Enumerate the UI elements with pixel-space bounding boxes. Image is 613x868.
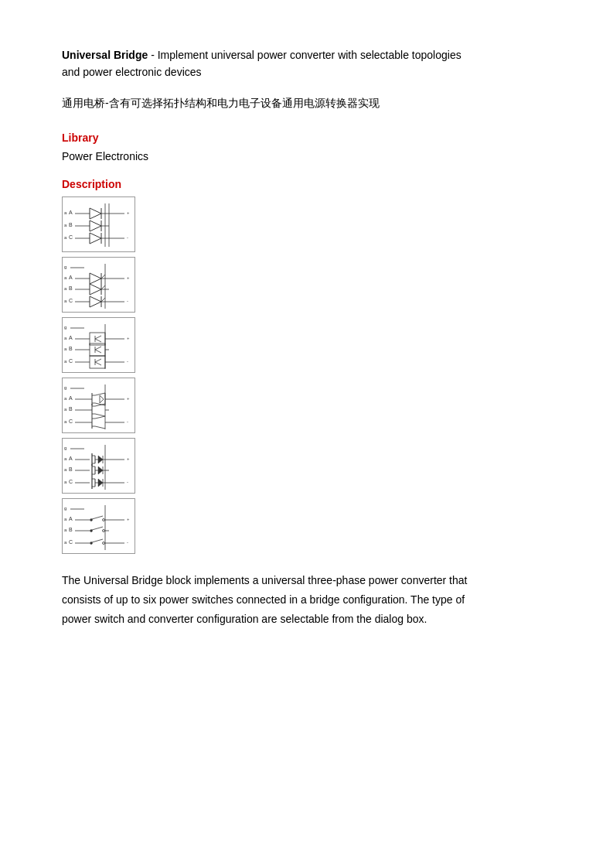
svg-text:C: C xyxy=(69,539,73,545)
svg-text:a: a xyxy=(64,223,67,227)
title-bold: Universal Bridge xyxy=(62,49,148,61)
title-line2: and power electronic devices xyxy=(62,63,551,80)
igbt-bridge-diagram: g a A a B a C + - xyxy=(62,378,135,433)
svg-text:A: A xyxy=(69,275,73,280)
svg-rect-75 xyxy=(90,356,105,368)
svg-text:a: a xyxy=(64,407,67,412)
svg-text:a: a xyxy=(64,299,67,303)
svg-text:a: a xyxy=(64,528,67,532)
svg-text:C: C xyxy=(69,419,73,424)
svg-marker-13 xyxy=(90,208,101,219)
svg-text:g: g xyxy=(64,446,66,450)
library-label: Library xyxy=(62,132,551,144)
svg-line-70 xyxy=(95,339,101,342)
description-label: Description xyxy=(62,178,551,190)
svg-line-186 xyxy=(92,539,103,542)
diode-bridge-diagram: a A a B a C + - xyxy=(62,196,135,252)
svg-text:B: B xyxy=(69,222,73,227)
svg-text:-: - xyxy=(127,299,128,303)
switch-bridge-diagram: g a A a B a C + - xyxy=(62,498,135,554)
svg-text:+: + xyxy=(127,396,130,401)
svg-text:B: B xyxy=(69,285,73,291)
thyristor-bridge-diagram: g a A a B a C + - xyxy=(62,257,135,313)
svg-marker-105 xyxy=(100,395,104,403)
svg-text:a: a xyxy=(64,467,67,472)
svg-text:a: a xyxy=(64,235,67,240)
svg-text:-: - xyxy=(127,359,128,364)
svg-text:a: a xyxy=(64,275,67,280)
svg-text:C: C xyxy=(69,234,73,240)
svg-text:A: A xyxy=(69,516,73,521)
svg-text:-: - xyxy=(127,235,128,240)
svg-line-112 xyxy=(95,414,105,416)
svg-text:a: a xyxy=(64,359,67,364)
svg-text:-: - xyxy=(127,419,128,424)
svg-line-180 xyxy=(92,516,103,519)
svg-text:+: + xyxy=(127,336,130,340)
svg-text:+: + xyxy=(127,275,130,280)
svg-line-74 xyxy=(95,350,101,353)
svg-text:g: g xyxy=(64,265,66,269)
title-rest: - Implement universal power converter wi… xyxy=(148,49,461,61)
svg-text:A: A xyxy=(69,456,73,461)
svg-text:-: - xyxy=(127,480,128,484)
svg-line-102 xyxy=(95,393,105,395)
svg-line-69 xyxy=(95,336,101,339)
svg-text:B: B xyxy=(69,406,73,412)
svg-text:a: a xyxy=(64,347,67,351)
gto-bridge-diagram: g a A a B a C + - xyxy=(62,317,135,373)
svg-marker-42 xyxy=(90,284,101,295)
svg-text:+: + xyxy=(127,456,130,461)
svg-text:a: a xyxy=(64,540,67,545)
svg-text:g: g xyxy=(64,385,66,390)
svg-text:B: B xyxy=(69,346,73,351)
description-body: The Universal Bridge block implements a … xyxy=(62,571,551,630)
chinese-subtitle: 通用电桥-含有可选择拓扑结构和电力电子设备通用电源转换器实现 xyxy=(62,94,551,113)
svg-text:a: a xyxy=(64,336,67,340)
svg-text:a: a xyxy=(64,419,67,424)
svg-marker-143 xyxy=(98,456,103,463)
svg-text:+: + xyxy=(127,210,130,215)
svg-line-41 xyxy=(101,275,105,279)
svg-line-117 xyxy=(95,416,105,419)
description-line1: The Universal Bridge block implements a … xyxy=(62,571,551,590)
svg-text:a: a xyxy=(64,456,67,461)
svg-text:g: g xyxy=(64,325,66,330)
svg-text:+: + xyxy=(127,517,130,521)
svg-text:B: B xyxy=(69,466,73,472)
description-line3: power switch and converter configuration… xyxy=(62,610,551,629)
svg-text:B: B xyxy=(69,527,73,532)
svg-text:a: a xyxy=(64,517,67,521)
svg-line-73 xyxy=(95,347,101,350)
svg-line-47 xyxy=(101,298,105,302)
page-content: Universal Bridge - Implement universal p… xyxy=(62,46,551,630)
svg-marker-45 xyxy=(90,296,101,307)
library-name: Power Electronics xyxy=(62,150,551,162)
svg-marker-157 xyxy=(98,479,103,487)
svg-line-77 xyxy=(95,359,101,362)
svg-text:A: A xyxy=(69,395,73,401)
svg-text:C: C xyxy=(69,479,73,484)
svg-text:C: C xyxy=(69,298,73,303)
svg-marker-17 xyxy=(90,220,101,231)
svg-line-183 xyxy=(92,527,103,530)
svg-text:a: a xyxy=(64,480,67,484)
svg-text:A: A xyxy=(69,335,73,340)
svg-line-78 xyxy=(95,362,101,365)
description-line2: consists of up to six power switches con… xyxy=(62,590,551,610)
svg-line-118 xyxy=(95,426,105,429)
title-section: Universal Bridge - Implement universal p… xyxy=(62,46,551,81)
svg-marker-39 xyxy=(90,273,101,284)
svg-marker-150 xyxy=(98,466,103,474)
svg-marker-15 xyxy=(90,233,101,244)
svg-text:a: a xyxy=(64,286,67,291)
diagrams-container: a A a B a C + - xyxy=(62,196,551,555)
svg-text:a: a xyxy=(64,210,67,215)
svg-text:a: a xyxy=(64,396,67,401)
svg-text:A: A xyxy=(69,210,73,215)
svg-text:g: g xyxy=(64,506,66,511)
svg-line-44 xyxy=(101,285,105,289)
mosfet-bridge-diagram: g a A a B a C + - xyxy=(62,438,135,494)
svg-text:C: C xyxy=(69,358,73,364)
svg-text:-: - xyxy=(127,540,128,545)
